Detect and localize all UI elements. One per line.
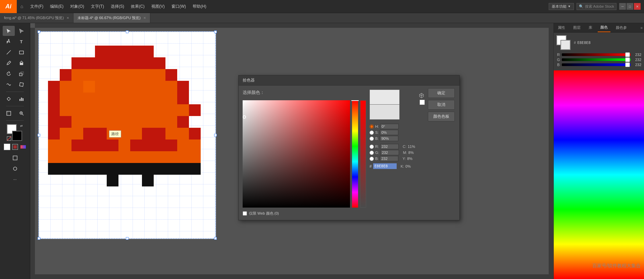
scrollbar-horizontal[interactable] xyxy=(30,274,549,279)
tool-extra1[interactable] xyxy=(9,153,21,163)
tab-color[interactable]: 颜色 xyxy=(598,23,610,32)
tool-column-graph[interactable] xyxy=(15,94,28,104)
tool-scale[interactable] xyxy=(15,69,28,79)
web-color-checkbox[interactable] xyxy=(243,211,247,216)
b-slider-track[interactable] xyxy=(562,63,631,66)
minimize-button[interactable]: ─ xyxy=(619,3,626,10)
b2-input[interactable] xyxy=(380,156,398,161)
radio-g[interactable] xyxy=(369,151,374,155)
tool-line[interactable] xyxy=(3,47,15,57)
tool-more[interactable]: ··· xyxy=(9,174,21,184)
tool-extra2[interactable] xyxy=(9,164,21,174)
swap-colors-icon[interactable]: ⇄ xyxy=(20,124,23,127)
search-icon: 🔍 xyxy=(579,4,584,9)
menu-select[interactable]: 选择(S) xyxy=(107,0,128,13)
color-panel: # E8E8E8 R 232 G 232 xyxy=(554,33,644,70)
workspace-dropdown-icon[interactable]: ▼ xyxy=(568,5,571,8)
tab-layers[interactable]: 图层 xyxy=(571,23,583,32)
tool-pen[interactable] xyxy=(3,37,15,47)
tool-rectangle[interactable] xyxy=(15,47,28,57)
tool-pencil[interactable] xyxy=(3,58,15,68)
search-placeholder[interactable]: 搜索 Adobe Stock xyxy=(585,4,614,9)
quick-mask-icon[interactable] xyxy=(12,144,18,150)
k-label: K: xyxy=(401,164,404,168)
color-field-overlay xyxy=(243,100,350,208)
tool-separator-2 xyxy=(6,106,24,106)
radio-b2[interactable] xyxy=(369,157,374,161)
menu-edit[interactable]: 编辑(E) xyxy=(47,0,67,13)
tab-feng-close[interactable]: ✕ xyxy=(66,16,69,20)
color-field-row xyxy=(243,100,366,208)
tool-direct-selection[interactable] xyxy=(15,26,28,36)
g-slider-value: 232 xyxy=(632,58,641,62)
g-slider-thumb[interactable] xyxy=(625,57,630,62)
normal-mode-icon[interactable] xyxy=(4,144,10,150)
none-color[interactable] xyxy=(7,136,11,141)
tab-properties[interactable]: 属性 xyxy=(555,23,568,32)
radio-b[interactable] xyxy=(369,136,374,141)
menu-effect[interactable]: 效果(C) xyxy=(128,0,148,13)
radio-h[interactable] xyxy=(369,124,374,129)
r-slider-track[interactable] xyxy=(562,53,631,56)
h-input[interactable] xyxy=(380,124,399,129)
s-input[interactable] xyxy=(380,130,398,135)
color-board-button[interactable]: 颜色色板 xyxy=(428,112,455,121)
menu-file[interactable]: 文件(F) xyxy=(27,0,47,13)
panel-menu-icon[interactable]: ≡ xyxy=(641,26,643,30)
artboard: 路径 xyxy=(38,31,216,239)
confirm-button[interactable]: 确定 xyxy=(428,88,455,98)
tool-row-8 xyxy=(3,108,28,118)
svg-rect-9 xyxy=(21,98,22,101)
color-field[interactable] xyxy=(243,100,350,208)
b-input[interactable] xyxy=(380,136,398,141)
tool-artboard[interactable] xyxy=(3,108,15,118)
right-spectrum[interactable] xyxy=(554,70,644,279)
g-label: G: xyxy=(375,151,379,155)
tab-color-guide[interactable]: 颜色参 xyxy=(613,23,630,32)
hash-value-display: E8E8E8 xyxy=(577,41,591,45)
window-controls: ─ □ ✕ xyxy=(619,3,641,10)
tool-selection[interactable] xyxy=(3,26,15,36)
maximize-button[interactable]: □ xyxy=(627,3,633,10)
tab-feng[interactable]: feng.ai* @ 71.45% (RGB/GPU 预览) ✕ xyxy=(0,13,73,23)
canvas-area[interactable]: 路径 拾色器 选择颜色： xyxy=(30,23,553,279)
hash-input[interactable] xyxy=(373,163,397,169)
g-slider-row: G 232 xyxy=(556,58,641,62)
menu-view[interactable]: 视图(V) xyxy=(148,0,168,13)
bg-color-swatch[interactable] xyxy=(560,40,571,50)
menu-object[interactable]: 对象(O) xyxy=(67,0,87,13)
b-slider-value: 232 xyxy=(632,63,641,67)
tool-eraser[interactable] xyxy=(15,58,28,68)
background-color[interactable] xyxy=(12,131,22,141)
c-label: C: xyxy=(403,145,406,149)
radio-b-row: B: xyxy=(369,136,455,141)
cancel-button[interactable]: 取消 xyxy=(428,100,455,110)
scrollbar-vertical[interactable] xyxy=(549,23,553,274)
g-input[interactable] xyxy=(381,150,399,155)
tab-untitled-label: 未标题-4* @ 66.67% (RGB/GPU 预览) xyxy=(78,15,141,20)
tool-warp[interactable] xyxy=(3,79,15,90)
hue-slider[interactable] xyxy=(352,100,358,208)
svg-rect-11 xyxy=(7,111,11,115)
tool-zoom[interactable] xyxy=(15,108,28,118)
menu-help[interactable]: 帮助(H) xyxy=(189,0,210,13)
r-input[interactable] xyxy=(380,144,399,149)
home-icon[interactable]: ⌂ xyxy=(17,0,27,13)
tab-untitled-close[interactable]: ✕ xyxy=(143,16,146,20)
menu-text[interactable]: 文字(T) xyxy=(88,0,107,13)
tool-symbol-spray[interactable] xyxy=(3,94,15,104)
radio-s[interactable] xyxy=(369,130,374,135)
tab-untitled[interactable]: 未标题-4* @ 66.67% (RGB/GPU 预览) ✕ xyxy=(73,13,150,23)
tab-library[interactable]: 库 xyxy=(586,23,595,32)
g-slider-track[interactable] xyxy=(562,58,631,61)
r-slider-thumb[interactable] xyxy=(625,52,630,57)
tool-type[interactable]: T xyxy=(15,37,28,47)
menu-window[interactable]: 窗口(W) xyxy=(168,0,189,13)
gradient-icon[interactable] xyxy=(20,144,27,150)
tool-rotate[interactable] xyxy=(3,69,15,79)
close-button[interactable]: ✕ xyxy=(634,3,641,10)
radio-r[interactable] xyxy=(369,145,374,149)
b-slider-thumb[interactable] xyxy=(625,62,630,67)
opacity-slider[interactable] xyxy=(360,100,366,208)
tool-free-transform[interactable] xyxy=(15,79,28,90)
